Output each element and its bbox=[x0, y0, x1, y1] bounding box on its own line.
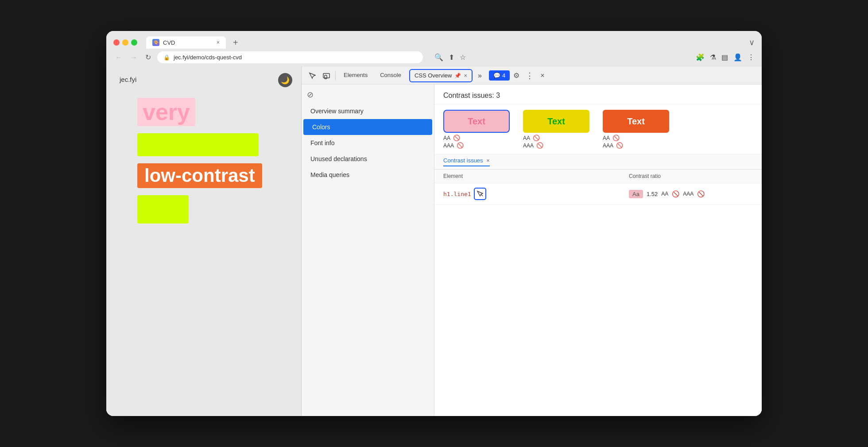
aa-fail-icon-3: 🚫 bbox=[612, 135, 620, 141]
page-content: jec.fyi 🌙 very inaccessible low-contrast… bbox=[106, 67, 301, 416]
rating-row-aaa-1: AAA 🚫 bbox=[443, 142, 464, 149]
nav-icon-row: ⊘ bbox=[302, 88, 434, 103]
share-icon[interactable]: ⬆ bbox=[449, 53, 454, 62]
address-bar[interactable]: 🔒 jec.fyi/demo/cds-quest-cvd bbox=[157, 51, 423, 63]
sidebar-item-media-queries[interactable]: Media queries bbox=[302, 167, 434, 183]
active-tab[interactable]: 🎨 CVD × bbox=[146, 36, 226, 49]
more-tabs-button[interactable]: » bbox=[474, 67, 485, 85]
bookmark-icon[interactable]: ☆ bbox=[460, 53, 466, 62]
new-tab-button[interactable]: + bbox=[229, 38, 242, 48]
device-mode-icon[interactable] bbox=[319, 69, 333, 83]
chat-count: 4 bbox=[502, 72, 505, 79]
devtools-panel: Elements Console CSS Overview 📌 × » 💬 4 … bbox=[301, 67, 762, 416]
tab-console[interactable]: Console bbox=[374, 67, 407, 85]
chat-icon: 💬 bbox=[493, 72, 500, 79]
word-inaccessible: inaccessible bbox=[137, 133, 259, 156]
word-low-contrast: low-contrast bbox=[137, 163, 262, 188]
fullscreen-traffic-light[interactable] bbox=[131, 39, 137, 46]
swatch-text-2: Text bbox=[547, 116, 565, 127]
sidebar-item-colors[interactable]: Colors bbox=[303, 119, 432, 135]
address-icons: 🔍 ⬆ ☆ bbox=[434, 53, 466, 62]
sidebar-item-overview[interactable]: Overview summary bbox=[302, 103, 434, 119]
aa-fail-icon: 🚫 bbox=[672, 190, 679, 197]
menu-icon[interactable]: ⋮ bbox=[748, 53, 755, 62]
devtools-body: ⊘ Overview summary Colors Font info Unus… bbox=[302, 85, 762, 416]
demo-words: very inaccessible low-contrast text bbox=[120, 98, 288, 224]
minimize-traffic-light[interactable] bbox=[122, 39, 128, 46]
aa-fail-icon-1: 🚫 bbox=[453, 135, 460, 141]
swatch-rating-1: AA 🚫 AAA 🚫 bbox=[443, 135, 510, 149]
devtools-toolbar: Elements Console CSS Overview 📌 × » 💬 4 … bbox=[302, 67, 762, 85]
chat-button[interactable]: 💬 4 bbox=[489, 70, 510, 81]
tab-css-overview[interactable]: CSS Overview 📌 × bbox=[409, 69, 473, 82]
profile-icon[interactable]: 👤 bbox=[733, 53, 742, 62]
tab-close-button[interactable]: × bbox=[217, 39, 220, 46]
contrast-swatch-3: Text AA 🚫 AAA 🚫 bbox=[603, 110, 669, 149]
css-overview-close[interactable]: × bbox=[464, 72, 467, 79]
tab-title: CVD bbox=[163, 39, 175, 46]
contrast-table-header: Contrast issues × bbox=[434, 154, 762, 170]
contrast-swatch-1: Text AA 🚫 AAA 🚫 bbox=[443, 110, 510, 149]
tab-row: 🎨 CVD × + ∨ bbox=[113, 36, 755, 49]
lock-icon: 🔒 bbox=[163, 54, 170, 61]
contrast-issues-tab-close[interactable]: × bbox=[486, 157, 490, 164]
close-traffic-light[interactable] bbox=[113, 39, 120, 46]
inspect-element-button[interactable] bbox=[474, 188, 486, 200]
aaa-badge: AAA bbox=[683, 191, 694, 197]
swatch-rating-2: AA 🚫 AAA 🚫 bbox=[523, 135, 589, 149]
swatch-text-1: Text bbox=[468, 116, 485, 127]
aaa-fail-icon-1: 🚫 bbox=[457, 142, 464, 149]
aa-badge: AA bbox=[661, 191, 668, 197]
aa-label-2: AA bbox=[523, 135, 530, 141]
tab-more-button[interactable]: ∨ bbox=[749, 38, 755, 47]
settings-button[interactable]: ⚙ bbox=[510, 71, 523, 80]
back-button[interactable]: ← bbox=[113, 52, 124, 63]
inspect-tool-icon[interactable] bbox=[305, 69, 319, 83]
swatch-box-3[interactable]: Text bbox=[603, 110, 669, 133]
devtools-close-button[interactable]: × bbox=[537, 72, 548, 80]
swatch-box-2[interactable]: Text bbox=[523, 110, 589, 133]
rating-row-aaa-2: AAA 🚫 bbox=[523, 142, 543, 149]
address-row: ← → ↻ 🔒 jec.fyi/demo/cds-quest-cvd 🔍 ⬆ ☆… bbox=[106, 49, 762, 67]
rating-row-aa-3: AA 🚫 bbox=[603, 135, 620, 141]
title-bar: 🎨 CVD × + ∨ bbox=[106, 31, 762, 49]
extensions-icon[interactable]: 🧩 bbox=[696, 53, 705, 62]
search-icon[interactable]: 🔍 bbox=[434, 53, 443, 62]
aa-label-3: AA bbox=[603, 135, 610, 141]
aaa-fail-icon-2: 🚫 bbox=[536, 142, 543, 149]
traffic-lights bbox=[113, 39, 137, 46]
word-very: very bbox=[137, 98, 195, 126]
devtools-sidebar: ⊘ Overview summary Colors Font info Unus… bbox=[302, 85, 434, 416]
reload-button[interactable]: ↻ bbox=[143, 51, 153, 63]
ratio-value: 1.52 bbox=[647, 191, 658, 197]
aaa-label-3: AAA bbox=[603, 143, 613, 149]
swatch-box-1[interactable]: Text bbox=[443, 110, 510, 133]
svg-rect-1 bbox=[325, 75, 327, 79]
contrast-issues-tab[interactable]: Contrast issues × bbox=[443, 157, 490, 166]
devtools-main-panel: Contrast issues: 3 Text AA 🚫 bbox=[434, 85, 762, 416]
contrast-swatches: Text AA 🚫 AAA 🚫 bbox=[434, 104, 762, 154]
sidebar-icon[interactable]: ▤ bbox=[721, 53, 728, 62]
more-options-button[interactable]: ⋮ bbox=[523, 71, 537, 81]
sidebar-item-font-info[interactable]: Font info bbox=[302, 135, 434, 151]
swatch-rating-3: AA 🚫 AAA 🚫 bbox=[603, 135, 669, 149]
col-header-element: Element bbox=[443, 173, 629, 179]
svg-rect-0 bbox=[323, 73, 329, 78]
contrast-swatch-2: Text AA 🚫 AAA 🚫 bbox=[523, 110, 589, 149]
browser-icons: 🧩 ⚗ ▤ 👤 ⋮ bbox=[696, 53, 755, 62]
word-text: text bbox=[137, 195, 189, 224]
forward-button[interactable]: → bbox=[128, 52, 139, 63]
element-name-cell: h1.line1 bbox=[443, 188, 629, 200]
swatch-text-3: Text bbox=[627, 116, 645, 127]
site-label: jec.fyi bbox=[120, 76, 136, 83]
contrast-table: Contrast issues × Element Contrast ratio… bbox=[434, 154, 762, 416]
contrast-header: Contrast issues: 3 bbox=[434, 85, 762, 104]
sidebar-item-unused-declarations[interactable]: Unused declarations bbox=[302, 151, 434, 167]
browser-body: jec.fyi 🌙 very inaccessible low-contrast… bbox=[106, 67, 762, 416]
rating-row-aaa-3: AAA 🚫 bbox=[603, 142, 623, 149]
dark-mode-toggle[interactable]: 🌙 bbox=[278, 73, 292, 87]
lab-icon[interactable]: ⚗ bbox=[710, 53, 716, 62]
tab-elements[interactable]: Elements bbox=[337, 67, 374, 85]
contrast-issues-tab-label: Contrast issues bbox=[443, 157, 483, 164]
no-icon: ⊘ bbox=[307, 90, 314, 99]
